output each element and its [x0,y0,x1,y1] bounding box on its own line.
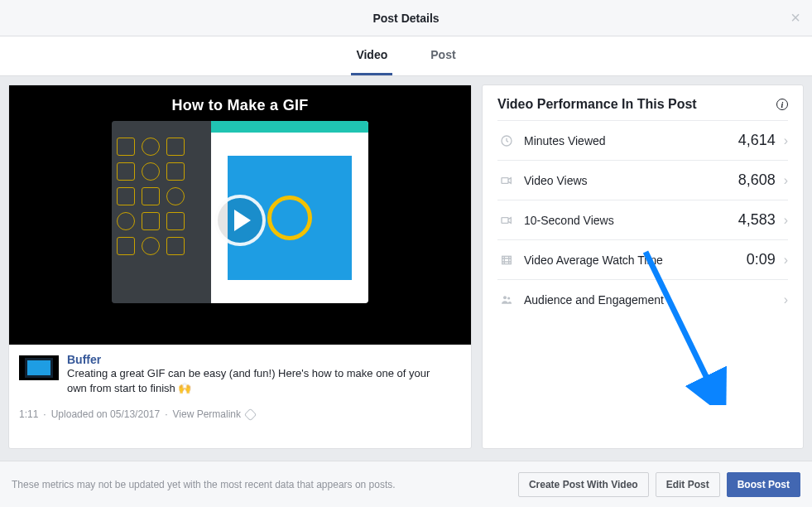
metric-label: Video Average Watch Time [524,254,747,267]
chevron-right-icon: › [784,133,788,148]
svg-rect-2 [502,217,508,223]
metric-row-average-watch-time[interactable]: Video Average Watch Time 0:09 › [497,239,788,279]
metric-value: 4,583 [738,211,776,229]
metric-label: Video Views [524,174,738,187]
video-player[interactable]: How to Make a GIF [9,85,471,345]
metric-row-ten-second-views[interactable]: 10-Second Views 4,583 › [497,200,788,239]
metric-label: Audience and Engagement [524,293,776,307]
svg-rect-3 [502,256,512,263]
footer-note: These metrics may not be updated yet wit… [12,479,396,490]
metric-value: 0:09 [747,251,776,268]
play-icon [234,210,251,231]
edit-post-button[interactable]: Edit Post [656,472,720,497]
video-card: How to Make a GIF [8,84,472,449]
svg-point-4 [503,296,507,299]
svg-rect-1 [502,177,508,183]
video-overlay-title: How to Make a GIF [171,97,308,114]
clock-icon [497,134,516,147]
post-author[interactable]: Buffer [67,353,448,366]
chevron-right-icon: › [784,173,788,188]
boost-post-button[interactable]: Boost Post [727,472,800,497]
chevron-right-icon: › [784,253,788,268]
play-button[interactable] [214,195,266,246]
metric-value: 8,608 [738,171,776,189]
metric-value: 4,614 [738,132,776,149]
tab-video[interactable]: Video [351,36,392,75]
video-frame-sidebar [112,121,211,303]
performance-title: Video Performance In This Post [497,97,697,112]
view-permalink-link[interactable]: View Permalink [173,408,241,420]
tab-post[interactable]: Post [425,36,460,75]
metric-row-video-views[interactable]: Video Views 8,608 › [497,160,788,200]
content-area: How to Make a GIF [0,76,812,452]
video-duration: 1:11 [19,408,38,420]
close-icon[interactable]: × [790,8,800,27]
info-icon[interactable]: i [776,99,788,110]
performance-card: Video Performance In This Post i Minutes… [482,84,804,449]
create-post-with-video-button[interactable]: Create Post With Video [518,472,649,497]
post-info: Buffer Creating a great GIF can be easy … [9,345,471,430]
video-camera-icon [497,174,516,187]
chevron-right-icon: › [784,213,788,228]
metric-label: Minutes Viewed [524,134,738,147]
video-camera-icon [497,214,516,227]
metric-label: 10-Second Views [524,214,738,227]
metric-row-audience-engagement[interactable]: Audience and Engagement › [497,279,788,319]
upload-date: Uploaded on 05/13/2017 [51,408,160,420]
modal-title: Post Details [372,12,439,25]
modal-titlebar: Post Details × [0,0,812,36]
chevron-right-icon: › [784,292,788,307]
lightbulb-icon [267,196,312,240]
post-meta: 1:11 · Uploaded on 05/13/2017 · View Per… [19,408,461,420]
modal-footer: These metrics may not be updated yet wit… [0,461,812,507]
tab-bar: Video Post [0,36,812,76]
permalink-icon [244,408,257,421]
metric-row-minutes-viewed[interactable]: Minutes Viewed 4,614 › [497,120,788,160]
svg-point-5 [507,297,510,299]
post-thumbnail [19,355,59,380]
people-icon [497,293,516,307]
filmstrip-icon [497,254,516,267]
post-description: Creating a great GIF can be easy (and fu… [67,366,448,395]
